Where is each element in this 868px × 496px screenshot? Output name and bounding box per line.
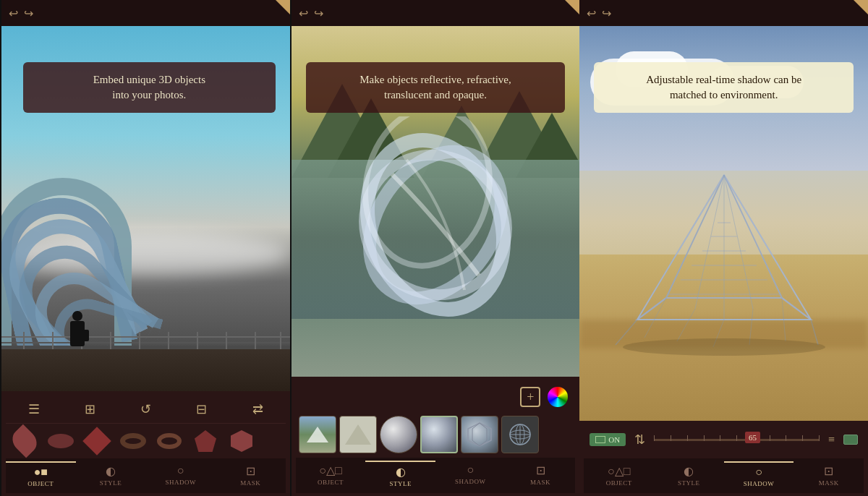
panel-1: ↩ ↪ [0,0,292,496]
shadow-label: SHADOW [165,479,196,486]
tab-mask-1[interactable]: ⊡ MASK [216,461,286,490]
shape-leaf2[interactable] [45,428,77,454]
mask-label-2: MASK [530,479,550,486]
svg-line-28 [677,309,695,341]
shadow-icon-3: ○ [755,466,762,479]
thumb-sphere-large[interactable] [380,416,417,453]
mask-label: MASK [240,479,260,487]
svg-marker-4 [468,423,491,446]
shape-hex[interactable] [226,428,258,454]
crop-icon[interactable]: ⊟ [192,400,211,419]
shape-leaf1[interactable] [9,428,41,454]
toolbar-top-3: ↩ ↪ [579,0,868,26]
mask-label-3: MASK [819,479,839,487]
tab-object-2[interactable]: ○△□ OBJECT [296,461,366,490]
undo-icon-3[interactable]: ↩ [587,7,596,20]
tab-mask-3[interactable]: ⊡ MASK [793,461,864,490]
spacer [584,453,864,458]
redo-icon-3[interactable]: ↪ [602,7,611,20]
toolbar-top-1: ↩ ↪ [1,0,290,26]
undo-icon-2[interactable]: ↩ [299,7,308,20]
shape-torus[interactable] [117,428,149,454]
shadow-icon: ○ [177,464,184,477]
main-image-2: Make objects reflective, refractive,tran… [292,26,580,377]
color-wheel[interactable] [548,387,568,407]
tab-mask-2[interactable]: ⊡ MASK [506,461,576,490]
svg-marker-5 [472,423,487,446]
fence-container [1,329,290,349]
panel2-tool-row: + [296,382,576,411]
undo-icon[interactable]: ↩ [9,7,18,20]
nav-tabs-2: ○△□ OBJECT ◐ STYLE ○ SHADOW ⊡ MASK [296,458,576,493]
style-icon-2: ◐ [396,465,406,479]
shape-pentagon[interactable] [190,428,221,454]
on-toggle[interactable]: ON [590,433,626,446]
object-icon-2: ○△□ [319,463,341,477]
main-image-1: Embed unique 3D objectsinto your photos. [1,26,290,391]
shape-strip [6,424,286,458]
object-label-3: OBJECT [606,479,632,487]
tab-object-3[interactable]: ○△□ OBJECT [584,461,654,490]
mask-icon: ⊡ [246,464,255,478]
ground-1 [1,349,290,391]
bookmark-corner-3 [854,0,868,14]
add-button[interactable]: + [520,387,540,407]
svg-line-27 [644,298,666,338]
style-label-2: STYLE [389,480,412,487]
thumb-sphere-selected[interactable] [420,416,458,453]
thumbnail-strip [296,411,576,458]
tab-style-1[interactable]: ◐ STYLE [76,461,146,490]
lines-icon[interactable]: ≡ [828,433,835,446]
bottom-toolbar-3: ON ⇅ [579,421,868,496]
object-label: OBJECT [27,480,54,487]
slider-track: 65 [654,439,820,441]
tab-style-3[interactable]: ◐ STYLE [654,461,724,490]
svg-line-32 [811,320,818,345]
style-icon: ◐ [106,464,116,478]
svg-point-33 [623,338,825,356]
bottom-toolbar-2: + [292,377,580,496]
undo-redo-group-3: ↩ ↪ [587,7,611,20]
shadow-label-3: SHADOW [744,480,775,487]
undo-redo-group-2: ↩ ↪ [299,7,323,20]
tick-marks [654,435,820,441]
callout-2: Make objects reflective, refractive,tran… [306,62,566,113]
panel3-tool-row: ON ⇅ [584,427,864,453]
redo-icon[interactable]: ↪ [24,7,33,20]
bookmark-corner-2 [565,0,579,14]
object-icon: ●■ [34,466,48,479]
redo-icon-2[interactable]: ↪ [314,7,323,20]
shuffle-icon[interactable]: ⇄ [248,400,268,419]
square-toggle[interactable] [843,435,858,445]
menu-icon[interactable]: ☰ [24,400,44,419]
shape-diamond[interactable] [81,428,113,454]
person-silhouette [70,311,85,346]
tab-shadow-3[interactable]: ○ SHADOW [724,461,794,490]
thumb-wire-sphere[interactable] [501,416,539,453]
panel-2: ↩ ↪ [292,0,580,496]
object-label-2: OBJECT [318,479,344,486]
thumb-mountain[interactable] [299,416,336,453]
slider-value: 65 [745,432,760,443]
rotate-icon[interactable]: ↺ [136,400,156,419]
style-label: STYLE [100,479,122,487]
toolbar-row-1: ☰ ⊞ ↺ ⊟ ⇄ [6,397,286,424]
on-label: ON [608,435,620,444]
shadow-label-2: SHADOW [455,478,486,485]
svg-line-24 [724,175,753,309]
svg-line-22 [695,175,724,309]
transform-icon[interactable]: ⊞ [80,400,100,419]
background-3: Adjustable real-time shadow can bematche… [579,26,868,421]
adjust-icon[interactable]: ⇅ [634,432,645,448]
tab-shadow-2[interactable]: ○ SHADOW [435,461,506,490]
tab-style-2[interactable]: ◐ STYLE [365,461,435,490]
thumb-triangle[interactable] [339,416,377,453]
nav-tabs-3: ○△□ OBJECT ◐ STYLE ○ SHADOW ⊡ MASK [584,458,864,493]
nav-tabs-1: ●■ OBJECT ◐ STYLE ○ SHADOW ⊡ MASK [6,458,286,493]
tab-shadow-1[interactable]: ○ SHADOW [145,461,216,490]
thumb-faceted[interactable] [461,416,498,453]
style-icon-3: ◐ [684,464,694,478]
bookmark-corner [276,0,290,14]
tab-object-1[interactable]: ●■ OBJECT [6,461,76,490]
shape-ring[interactable] [153,428,185,454]
